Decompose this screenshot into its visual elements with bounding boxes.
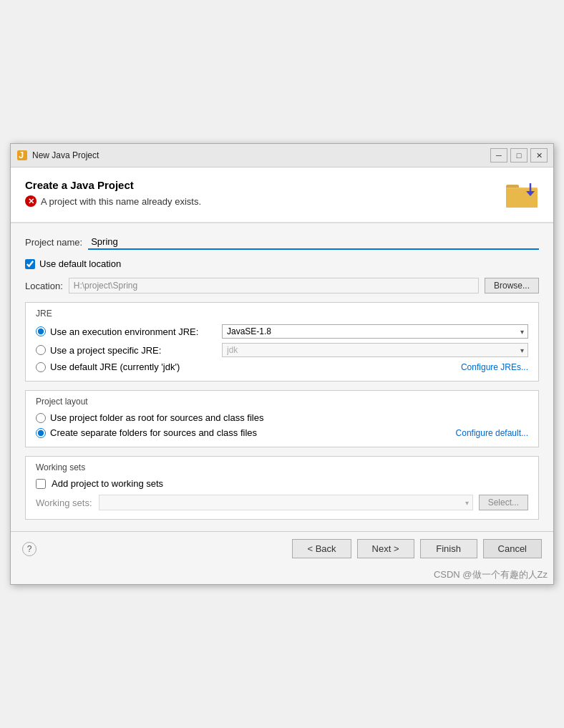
project-name-label: Project name: [25,237,82,248]
jre-option2-radio-part: Use a project specific JRE: [36,345,222,356]
jre-section: JRE Use an execution environment JRE: Ja… [25,302,539,382]
jre-specific-select-wrapper: jdk ▾ [222,343,528,357]
project-layout-section: Project layout Use project folder as roo… [25,390,539,447]
cancel-button[interactable]: Cancel [483,539,542,558]
dialog-footer: ? < Back Next > Finish Cancel [11,531,553,566]
dialog-header: Create a Java Project ✕ A project with t… [11,168,553,223]
use-default-location-checkbox[interactable] [25,259,35,269]
add-to-working-sets-label[interactable]: Add project to working sets [52,478,163,489]
jre-option2-row: Use a project specific JRE: jdk ▾ [36,343,528,357]
working-sets-label: Working sets: [36,498,93,508]
layout-option1-label[interactable]: Use project folder as root for sources a… [50,412,263,423]
jre-env-select-wrapper: JavaSE-1.8 ▾ [222,324,528,339]
location-row: Location: Browse... [25,278,539,293]
layout-option2-row: Create separate folders for sources and … [36,427,528,438]
select-working-sets-button[interactable]: Select... [479,495,528,510]
title-bar: J New Java Project ─ □ ✕ [11,144,553,168]
project-name-input[interactable] [88,235,539,250]
add-to-working-sets-checkbox[interactable] [36,479,46,489]
jre-option3-label[interactable]: Use default JRE (currently 'jdk') [50,361,180,372]
jre-env-radio[interactable] [36,326,46,336]
help-button[interactable]: ? [22,542,37,556]
working-sets-checkbox-row: Add project to working sets [36,478,528,489]
window-controls: ─ □ ✕ [490,148,548,162]
jre-env-select[interactable]: JavaSE-1.8 [222,324,528,339]
error-icon: ✕ [25,195,37,207]
location-input[interactable] [69,278,479,293]
svg-text:J: J [19,150,24,160]
browse-button[interactable]: Browse... [485,278,539,293]
working-sets-select-wrapper: ▾ [99,495,473,510]
watermark-text: CSDN @做一个有趣的人Zz [434,569,548,580]
working-sets-section: Working sets Add project to working sets… [25,456,539,520]
close-button[interactable]: ✕ [530,148,548,162]
jre-option3-row: Use default JRE (currently 'jdk') Config… [36,361,528,372]
jre-specific-select[interactable]: jdk [222,343,528,357]
layout-option1-radio-part: Use project folder as root for sources a… [36,412,528,423]
project-name-row: Project name: [25,235,539,250]
jre-option1-radio-part: Use an execution environment JRE: [36,326,222,337]
working-sets-select[interactable] [99,495,473,510]
jre-specific-radio[interactable] [36,345,46,355]
watermark: CSDN @做一个有趣的人Zz [11,566,553,584]
folder-icon [505,179,539,213]
layout-option2-label[interactable]: Create separate folders for sources and … [50,427,257,438]
dialog-content: Project name: Use default location Locat… [11,223,553,531]
maximize-button[interactable]: □ [510,148,527,162]
configure-default-link[interactable]: Configure default... [456,428,528,438]
header-left: Create a Java Project ✕ A project with t… [25,179,201,207]
layout-separate-radio[interactable] [36,428,46,438]
next-button[interactable]: Next > [357,539,414,558]
java-project-icon: J [16,150,28,161]
window-title: New Java Project [32,150,486,160]
jre-section-label: JRE [36,309,528,319]
error-text: A project with this name already exists. [41,196,201,207]
working-sets-section-label: Working sets [36,462,528,472]
location-label: Location: [25,281,63,291]
configure-jres-link[interactable]: Configure JREs... [461,362,528,372]
error-message-row: ✕ A project with this name already exist… [25,195,201,207]
finish-button[interactable]: Finish [420,539,477,558]
jre-option2-label[interactable]: Use a project specific JRE: [50,345,161,356]
jre-default-radio[interactable] [36,362,46,372]
use-default-location-label[interactable]: Use default location [39,258,121,269]
layout-option1-row: Use project folder as root for sources a… [36,412,528,423]
jre-default-radio-part: Use default JRE (currently 'jdk') [36,361,180,372]
project-layout-label: Project layout [36,397,528,407]
minimize-button[interactable]: ─ [490,148,507,162]
jre-option1-row: Use an execution environment JRE: JavaSE… [36,324,528,339]
dialog-window: J New Java Project ─ □ ✕ Create a Java P… [10,143,554,585]
dialog-title: Create a Java Project [25,179,201,191]
jre-option1-label[interactable]: Use an execution environment JRE: [50,326,198,337]
layout-root-radio[interactable] [36,413,46,423]
use-default-location-row: Use default location [25,258,539,269]
layout-option2-radio-part: Create separate folders for sources and … [36,427,447,438]
back-button[interactable]: < Back [292,539,351,558]
working-sets-input-row: Working sets: ▾ Select... [36,495,528,510]
